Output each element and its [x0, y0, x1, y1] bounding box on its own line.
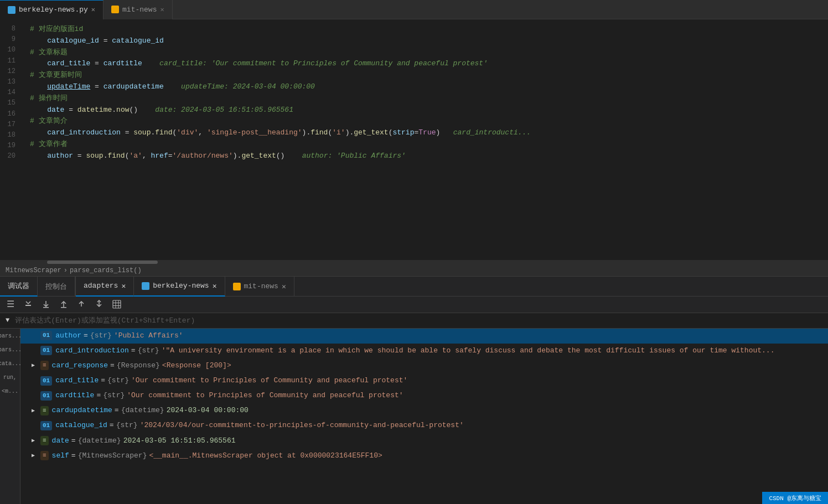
var-row-cardupdatetime[interactable]: ▶ ≡ cardupdatetime = {datetime} 2024-03-… — [20, 403, 828, 418]
type-badge-cardupdatetime: ≡ — [40, 406, 49, 415]
close-tab-berkeley[interactable]: ✕ — [91, 6, 95, 14]
status-bar: CSDN @东离与糖宝 — [762, 492, 828, 504]
var-name-card-response: card_response — [52, 360, 108, 371]
var-name-card-title: card_title — [55, 375, 99, 386]
table-view-btn[interactable] — [111, 298, 123, 310]
var-name-date: date — [52, 435, 69, 446]
svg-rect-4 — [61, 307, 66, 308]
tab-console-label: 控制台 — [45, 282, 67, 292]
var-name-catalogue-id: catalogue_id — [55, 420, 107, 431]
code-editor: 8 9 10 11 12 13 14 15 16 17 18 19 20 # 对… — [0, 19, 828, 260]
main-content: berkeley-news.py ✕ mit-news ✕ 8 9 10 11 … — [0, 0, 828, 504]
editor-tab-bar: berkeley-news.py ✕ mit-news ✕ — [0, 0, 828, 19]
breadcrumb-separator: › — [64, 267, 68, 274]
code-line-16: # 文章简介 — [30, 116, 828, 127]
code-line-11: card_title = cardtitle card_title: 'Our … — [30, 58, 828, 70]
code-line-15: date = datetime.now() date: 2024-03-05 1… — [30, 105, 828, 116]
debug-tab-bar: 调试器 控制台 adapters ✕ berkeley-news ✕ mit-n… — [0, 277, 828, 297]
close-berkeley-debug[interactable]: ✕ — [213, 282, 217, 290]
scrollbar-thumb[interactable] — [47, 261, 158, 264]
svg-rect-0 — [25, 305, 31, 306]
step-out-btn[interactable] — [58, 298, 70, 310]
tab-debugger[interactable]: 调试器 — [0, 277, 38, 297]
var-row-author[interactable]: 01 author = {str} 'Public Affairs' — [20, 329, 828, 344]
var-value-card-title: 'Our commitment to Principles of Communi… — [131, 375, 407, 386]
close-adapters[interactable]: ✕ — [121, 282, 126, 290]
var-name-card-intro: card_introduction — [55, 345, 129, 356]
var-value-card-intro: '"A university environment is a place in… — [162, 345, 775, 356]
tab-berkeley-news[interactable]: berkeley-news.py ✕ — [0, 0, 104, 19]
left-panel-item-3[interactable]: cata... — [0, 358, 23, 369]
left-panel-item-1[interactable]: pars... — [0, 331, 23, 341]
expand-self: ▶ — [32, 451, 40, 460]
debug-layout: pars... pars... cata... run, <m... 01 au… — [0, 329, 828, 504]
python-file-icon-2 — [111, 6, 119, 13]
var-row-cardtitle[interactable]: 01 cardtitle = {str} 'Our commitment to … — [20, 388, 828, 403]
var-name-cardupdatetime: cardupdatetime — [52, 405, 112, 416]
expression-arrow: ▼ — [6, 316, 9, 324]
var-row-card-title[interactable]: 01 card_title = {str} 'Our commitment to… — [20, 373, 828, 388]
var-name-author: author — [55, 330, 81, 341]
expand-cardupdatetime: ▶ — [32, 407, 40, 415]
code-line-14: # 操作时间 — [30, 93, 828, 105]
left-panel-item-5[interactable]: <m... — [1, 386, 19, 397]
tab-mit-news[interactable]: mit-news ✕ — [104, 0, 173, 19]
var-name-self: self — [52, 450, 69, 461]
var-row-card-response[interactable]: ▶ ≡ card_response = {Response} <Response… — [20, 358, 828, 373]
python-icon-debug — [142, 282, 149, 290]
tab-mit-debug-label: mit-news — [244, 282, 278, 290]
left-panel-item-2[interactable]: pars... — [0, 345, 23, 355]
var-name-cardtitle: cardtitle — [55, 390, 94, 401]
horizontal-scrollbar[interactable] — [0, 260, 828, 264]
tab-label-mit: mit-news — [122, 6, 157, 14]
menu-btn[interactable]: ☰ — [4, 298, 17, 310]
tab-debugger-label: 调试器 — [8, 281, 29, 291]
variables-list: 01 author = {str} 'Public Affairs' 01 ca… — [20, 329, 828, 464]
type-badge-card-intro: 01 — [40, 346, 52, 355]
breadcrumb: MitnewsScraper › parse_cards_list() — [0, 264, 828, 277]
close-mit-debug[interactable]: ✕ — [282, 282, 286, 291]
reverse-btn[interactable] — [93, 298, 105, 310]
code-line-12: # 文章更新时间 — [30, 70, 828, 81]
var-row-card-introduction[interactable]: 01 card_introduction = {str} '"A univers… — [20, 344, 828, 358]
svg-rect-8 — [113, 300, 121, 308]
var-value-date: 2024-03-05 16:51:05.965561 — [123, 435, 236, 446]
call-stack-panel: pars... pars... cata... run, <m... — [0, 329, 20, 504]
close-tab-mit[interactable]: ✕ — [160, 6, 164, 14]
tab-adapters[interactable]: adapters ✕ — [76, 277, 134, 297]
tab-berkeley-debug[interactable]: berkeley-news ✕ — [134, 277, 225, 297]
var-value-author: 'Public Affairs' — [114, 330, 183, 341]
continue-btn[interactable] — [75, 298, 87, 310]
expression-hint: 评估表达式(Enter)或添加监视(Ctrl+Shift+Enter) — [15, 315, 195, 325]
code-content[interactable]: # 对应的版面id catalogue_id = catalogue_id # … — [21, 19, 828, 260]
breadcrumb-file: MitnewsScraper — [6, 267, 61, 274]
var-value-self: <__main__.MitnewsScraper object at 0x000… — [149, 450, 382, 461]
tab-mit-debug[interactable]: mit-news ✕ — [225, 277, 294, 297]
code-line-20 — [30, 162, 828, 174]
var-value-card-response: <Response [200]> — [162, 360, 231, 371]
line-numbers: 8 9 10 11 12 13 14 15 16 17 18 19 20 — [0, 19, 21, 260]
variables-list-container: 01 author = {str} 'Public Affairs' 01 ca… — [20, 329, 828, 504]
type-badge-self: ≡ — [40, 451, 49, 460]
var-value-catalogue-id: '2024/03/04/our-commitment-to-principles… — [140, 420, 464, 431]
left-panel-item-4[interactable]: run, — [2, 372, 18, 383]
type-badge-card-title: 01 — [40, 376, 52, 386]
tab-adapters-label: adapters — [84, 282, 118, 290]
expression-bar: ▼ 评估表达式(Enter)或添加监视(Ctrl+Shift+Enter) — [0, 313, 828, 329]
code-line-9: catalogue_id = catalogue_id — [30, 35, 828, 47]
var-row-date[interactable]: ▶ ≡ date = {datetime} 2024-03-05 16:51:0… — [20, 434, 828, 449]
breadcrumb-method: parse_cards_list() — [70, 267, 142, 274]
expand-card-response: ▶ — [32, 361, 40, 370]
step-into-btn[interactable] — [40, 298, 52, 310]
var-row-self[interactable]: ▶ ≡ self = {MitnewsScraper} <__main__.Mi… — [20, 449, 828, 464]
python-file-icon — [8, 6, 15, 14]
type-badge-cardtitle: 01 — [40, 391, 52, 401]
tab-label-berkeley: berkeley-news.py — [19, 6, 88, 14]
code-line-8: # 对应的版面id — [30, 24, 828, 35]
tab-console[interactable]: 控制台 — [38, 277, 75, 297]
step-over-btn[interactable] — [22, 298, 34, 310]
var-row-catalogue-id[interactable]: 01 catalogue_id = {str} '2024/03/04/our-… — [20, 418, 828, 433]
type-badge-author: 01 — [40, 331, 52, 340]
type-badge-date: ≡ — [40, 436, 49, 445]
var-value-cardupdatetime: 2024-03-04 00:00:00 — [167, 405, 249, 416]
